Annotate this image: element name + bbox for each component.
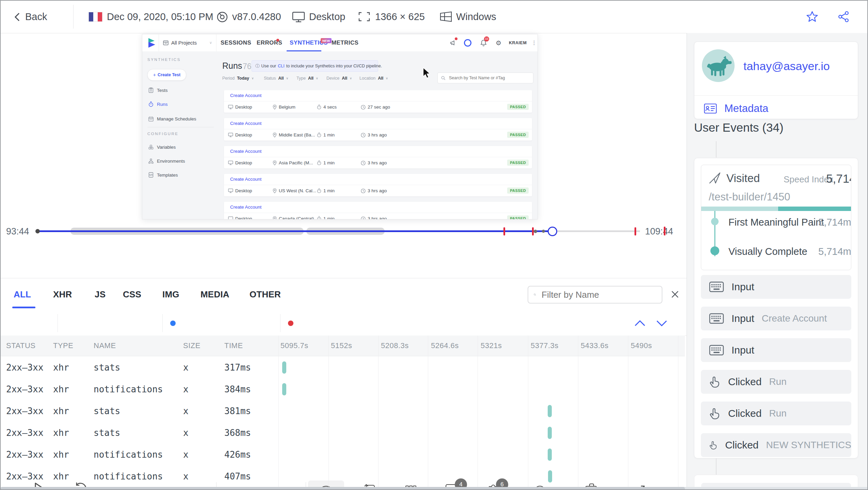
sidebar-item-environments[interactable]: Environments [148, 158, 185, 164]
speed-bar-dark [778, 207, 851, 211]
run-name-link[interactable]: Create Account [230, 202, 261, 213]
location-pin-icon [273, 216, 277, 219]
filter-period[interactable]: PeriodToday∨ [222, 74, 254, 83]
cli-link[interactable]: CLI [278, 64, 284, 68]
net-request-row[interactable]: 2xx–3xxxhrnotificationsx384ms [1, 378, 685, 400]
divider [162, 314, 163, 332]
run-duration: 4 secs [323, 104, 337, 110]
event-row-click[interactable]: ClickedNEW SYNTHETICS [701, 433, 851, 457]
user-email[interactable]: tahay@asayer.io [743, 60, 830, 73]
kebab-menu-icon[interactable]: ⋮ [531, 34, 537, 51]
project-selector[interactable]: All Projects ∨ [159, 34, 216, 51]
back-label[interactable]: Back [25, 1, 47, 33]
duration-icon [317, 104, 321, 110]
back-button[interactable] [13, 12, 22, 22]
net-tab-all[interactable]: ALL [14, 286, 31, 303]
net-tab-underline [12, 307, 35, 308]
net-tab-img[interactable]: IMG [162, 286, 179, 303]
timeline-playhead[interactable] [548, 227, 557, 236]
tab-sessions[interactable]: SESSIONS [221, 34, 251, 51]
device-type: Desktop [309, 1, 345, 33]
timeline-error-marker[interactable] [503, 227, 505, 235]
net-filter-box[interactable] [528, 286, 662, 304]
run-name-link[interactable]: Create Account [230, 90, 261, 101]
monitor-icon [228, 133, 233, 137]
close-panel-icon[interactable] [670, 289, 680, 299]
dcl-dot [170, 321, 176, 326]
speed-index-value: 5,714 [826, 172, 851, 185]
event-row-input[interactable]: Input [701, 275, 851, 299]
net-filter-input[interactable] [541, 289, 656, 300]
net-tab-xhr[interactable]: XHR [53, 286, 72, 303]
net-request-row[interactable]: 2xx–3xxxhrnotificationsx407ms [1, 466, 685, 487]
metadata-button[interactable]: Metadata [704, 102, 768, 115]
user-name[interactable]: KRAIEM [509, 34, 527, 51]
tab-metrics[interactable]: METRICS [332, 34, 358, 51]
timeline-progress [37, 230, 552, 232]
col-size: SIZE [183, 336, 200, 356]
waterfall-bar [548, 405, 552, 417]
timeline-error-marker[interactable] [634, 227, 636, 235]
event-row-click[interactable]: ClickedRun [701, 402, 851, 425]
timeline-error-marker[interactable] [532, 227, 534, 235]
chevron-down-icon: ∨ [316, 77, 318, 80]
cli-banner: ⓘ Use our CLI to include your Synthetics… [252, 60, 378, 72]
location-pin-icon [273, 160, 277, 165]
visited-card[interactable]: Visited Speed Index 5,714 /test-builder/… [701, 165, 851, 270]
gear-icon[interactable]: ⚙ [496, 39, 501, 47]
sidebar-section-synthetics: SYNTHETICS [147, 58, 181, 62]
announcements-icon[interactable] [450, 40, 457, 46]
favorite-star-icon[interactable] [806, 11, 818, 22]
net-request-row[interactable]: 2xx–3xxxhrstatsx381ms [1, 400, 685, 422]
status-badge: PASSED [507, 215, 529, 219]
filter-status[interactable]: StatusAll∨ [264, 74, 288, 83]
new-badge: NEW [321, 38, 332, 43]
event-row-input[interactable]: Input [701, 338, 851, 362]
tick-label: 5490s [631, 336, 652, 356]
run-card[interactable]: Create Account Desktop Middle East (Ba..… [224, 118, 532, 141]
keyboard-icon [709, 281, 724, 292]
hierarchy-icon [148, 159, 154, 164]
net-request-row[interactable]: 2xx–3xxxhrstatsx317ms [1, 357, 685, 378]
share-icon[interactable] [837, 11, 850, 22]
sidebar-item-manage-schedules[interactable]: Manage Schedules [148, 115, 196, 122]
filter-device[interactable]: DeviceAll∨ [326, 74, 352, 83]
prev-event-chevron[interactable] [634, 319, 646, 327]
sidebar-item-runs[interactable]: Runs [148, 101, 168, 108]
tick-label: 5377.3s [531, 336, 559, 356]
event-row-click[interactable]: ClickedRun [701, 370, 851, 394]
clock-icon [361, 105, 366, 110]
event-row-input[interactable]: InputCreate Account [701, 307, 851, 330]
run-name-link[interactable]: Create Account [230, 146, 261, 157]
runs-search-input[interactable] [448, 75, 530, 81]
run-name-link[interactable]: Create Account [230, 174, 261, 185]
monitor-icon [292, 12, 305, 22]
tick-label: 5264.6s [431, 336, 459, 356]
run-card[interactable]: Create Account Desktop US West (N. Cal..… [224, 174, 532, 196]
timeline-error-marker[interactable] [664, 227, 665, 235]
net-tab-media[interactable]: MEDIA [200, 286, 229, 303]
screen-size-icon [358, 12, 370, 21]
sidebar-item-templates[interactable]: Templates [148, 172, 178, 178]
create-test-button[interactable]: + Create Test [147, 69, 186, 81]
tab-errors[interactable]: ERRORS [257, 34, 282, 51]
run-card[interactable]: Create Account Desktop Belgium 4 secs 27… [224, 90, 532, 113]
run-card[interactable]: Create Account Desktop Canada (Central) … [224, 202, 532, 219]
next-event-chevron[interactable] [656, 320, 668, 328]
run-location: Belgium [279, 104, 295, 110]
filter-location[interactable]: LocationAll∨ [359, 74, 388, 83]
sidebar-item-variables[interactable]: Variables [148, 144, 176, 150]
runs-search-box[interactable] [437, 72, 533, 83]
horizontal-scrollbar-thumb[interactable] [1, 487, 685, 490]
net-request-row[interactable]: 2xx–3xxxhrstatsx368ms [1, 422, 685, 444]
net-tab-css[interactable]: CSS [123, 286, 141, 303]
net-tab-other[interactable]: OTHER [250, 286, 281, 303]
net-request-row[interactable]: 2xx–3xxxhrnotificationsx426ms [1, 444, 685, 466]
tick-label: 5208.3s [381, 336, 409, 356]
run-name-link[interactable]: Create Account [230, 118, 261, 129]
session-replay-page: Back Dec 09, 2020, 05:10 PM v87.0.4280 D… [0, 0, 868, 490]
sidebar-item-tests[interactable]: Tests [148, 87, 168, 94]
run-card[interactable]: Create Account Desktop Asia Pacific (M..… [224, 146, 532, 168]
filter-type[interactable]: TypeAll∨ [296, 74, 318, 83]
net-tab-js[interactable]: JS [95, 286, 106, 303]
